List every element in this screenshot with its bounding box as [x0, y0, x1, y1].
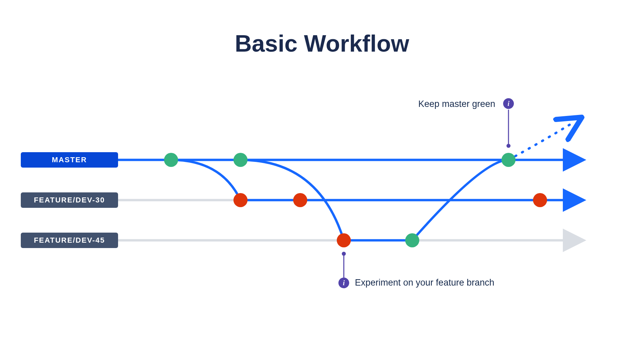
info-icon: i: [338, 278, 349, 288]
annotation-top-text: Keep master green: [418, 99, 495, 109]
workflow-diagram: Basic Workflow: [0, 0, 644, 362]
annotation-bottom-text: Experiment on your feature branch: [355, 278, 494, 288]
commit-dev30-3: [533, 193, 547, 207]
branch-label-dev45: FEATURE/DEV-45: [21, 233, 118, 248]
commit-master-3: [501, 153, 516, 167]
branch-master-to-dev30: [171, 160, 240, 200]
commit-dev30-1: [233, 193, 248, 207]
future-branch-dotted: [508, 123, 572, 160]
branch-label-dev30: FEATURE/DEV-30: [21, 192, 118, 208]
branch-label-master: MASTER: [21, 152, 118, 168]
commit-dev45-1: [337, 233, 351, 247]
annotation-top-dot: [506, 144, 511, 148]
diagram-svg: [0, 0, 644, 362]
annotation-bottom-dot: [342, 252, 346, 256]
commit-master-2: [233, 153, 248, 167]
info-icon: i: [503, 98, 514, 109]
commit-master-1: [164, 153, 178, 167]
commit-dev30-2: [293, 193, 307, 207]
commit-dev45-2: [405, 233, 419, 247]
